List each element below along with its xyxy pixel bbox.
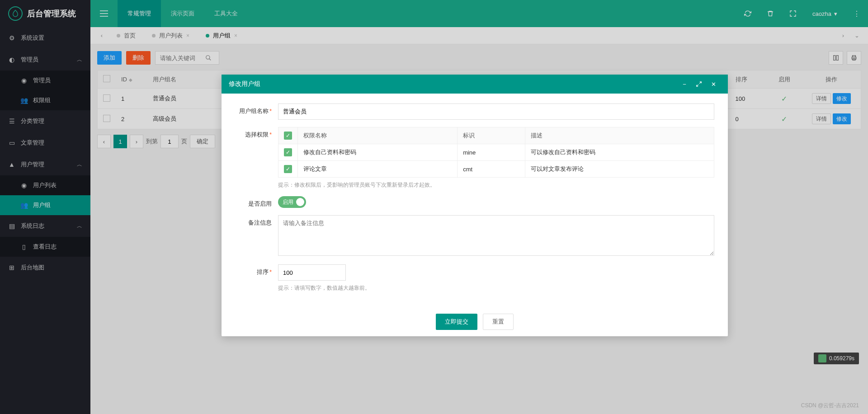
sort-hint: 提示：请填写数字，数值越大越靠前。	[278, 284, 714, 292]
permission-table: ✓ 权限名称 标识 描述 ✓ 修改自己资料和密码 mine 可以修改自己资料和密…	[278, 127, 714, 178]
perm-col-ident: 标识	[458, 127, 525, 144]
label-sort: 排序	[257, 268, 269, 275]
minimize-button[interactable]: −	[677, 75, 692, 94]
submit-button[interactable]: 立即提交	[436, 314, 477, 330]
label-name: 用户组名称	[239, 108, 269, 114]
modal-header: 修改用户组 − ✕	[222, 75, 728, 94]
perm-hint: 提示：修改权限后，受影响的管理员账号下次重新登录后才起效。	[278, 181, 714, 189]
maximize-button[interactable]	[692, 75, 706, 94]
perm-checkbox[interactable]: ✓	[284, 148, 292, 156]
perm-col-desc: 描述	[525, 127, 714, 144]
required-icon: *	[269, 131, 272, 138]
close-button[interactable]: ✕	[706, 75, 721, 94]
perm-col-name: 权限名称	[298, 127, 458, 144]
required-icon: *	[269, 268, 272, 275]
switch-knob-icon	[296, 198, 304, 206]
reset-button[interactable]: 重置	[483, 314, 514, 330]
perm-row: ✓ 评论文章 cmt 可以对文章发布评论	[278, 161, 714, 178]
perm-name: 修改自己资料和密码	[298, 144, 458, 161]
modal-footer: 立即提交 重置	[222, 307, 728, 336]
sort-input[interactable]	[278, 264, 346, 281]
perm-desc: 可以对文章发布评论	[525, 161, 714, 178]
required-icon: *	[269, 108, 272, 114]
perm-name: 评论文章	[298, 161, 458, 178]
enabled-switch[interactable]: 启用	[278, 196, 306, 208]
perm-desc: 可以修改自己资料和密码	[525, 144, 714, 161]
label-enabled: 是否启用	[248, 200, 272, 207]
switch-label: 启用	[283, 198, 293, 206]
modal-body: 用户组名称* 选择权限* ✓ 权限名称 标识 描述 ✓ 修改自己资料和密码	[222, 94, 728, 307]
remark-textarea[interactable]	[278, 215, 714, 256]
perm-ident: mine	[458, 144, 525, 161]
perm-checkbox[interactable]: ✓	[284, 165, 292, 173]
edit-user-group-modal: 修改用户组 − ✕ 用户组名称* 选择权限* ✓ 权限名称 标识 描述	[222, 75, 728, 336]
perm-ident: cmt	[458, 161, 525, 178]
label-perm: 选择权限	[245, 131, 269, 138]
label-remark: 备注信息	[248, 219, 272, 226]
group-name-input[interactable]	[278, 104, 714, 120]
perm-row: ✓ 修改自己资料和密码 mine 可以修改自己资料和密码	[278, 144, 714, 161]
modal-title: 修改用户组	[229, 80, 677, 88]
perm-select-all[interactable]: ✓	[284, 132, 292, 140]
